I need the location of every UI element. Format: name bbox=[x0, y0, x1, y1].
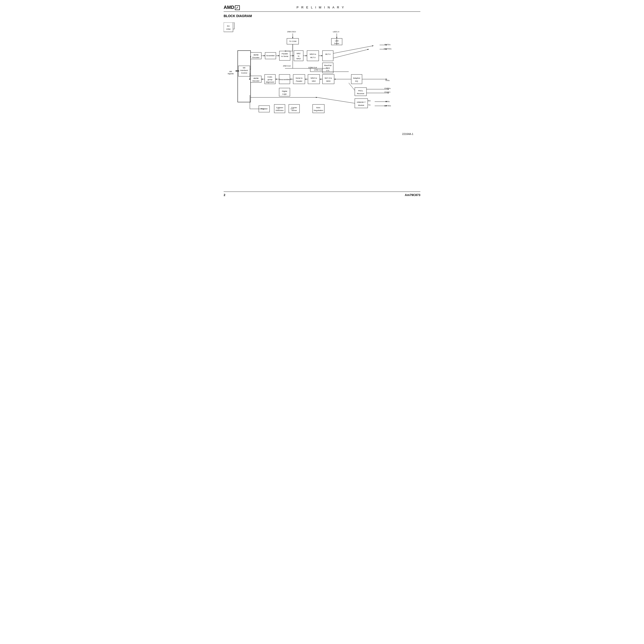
svg-text:MII: MII bbox=[229, 70, 232, 73]
pecl-receiver-block: PECL Receiver bbox=[355, 88, 366, 96]
svg-text:Collision: Collision bbox=[276, 107, 283, 109]
svg-text:Detection: Detection bbox=[276, 109, 284, 111]
svg-text:NRZI to: NRZI to bbox=[310, 53, 316, 55]
preliminary-label: P R E L I M I N A R Y bbox=[240, 5, 402, 9]
codegroup-alignment-block: Code- group Alignment bbox=[265, 74, 275, 84]
svg-text:to Serial: to Serial bbox=[281, 55, 288, 57]
svg-text:Sense: Sense bbox=[292, 109, 297, 111]
svg-text:LED1-4: LED1-4 bbox=[333, 31, 339, 33]
svg-text:25M CLK: 25M CLK bbox=[283, 65, 291, 67]
svg-text:125M CLK: 125M CLK bbox=[314, 69, 323, 71]
svg-text:Control: Control bbox=[241, 72, 247, 74]
mlt3-block: MLT-3 bbox=[322, 51, 333, 61]
svg-text:CRM: CRM bbox=[226, 28, 231, 30]
block-diagram: .block rect { fill: #fff; stroke: #000; … bbox=[224, 22, 420, 130]
svg-text:Alignment: Alignment bbox=[266, 81, 274, 83]
svg-text:Encoder: Encoder bbox=[252, 56, 259, 59]
svg-text:Carrier: Carrier bbox=[291, 107, 297, 109]
svg-text:FXTD±: FXTD± bbox=[385, 44, 391, 46]
carrier-sense-block: Carrier Sense bbox=[289, 104, 300, 113]
svg-text:Time: Time bbox=[326, 67, 330, 69]
digital-logic-block: Digital Logic bbox=[279, 88, 290, 96]
mii-interface-block: MII Interface/ Control bbox=[238, 66, 250, 76]
scrambler-block: Scrambler bbox=[265, 52, 276, 59]
nrzi-to-mlt3-block: NRZI to MLT-3 bbox=[307, 51, 319, 61]
adaptive-eq-block: Adaptive EQ bbox=[351, 74, 362, 84]
svg-text:Parallel: Parallel bbox=[296, 80, 302, 82]
svg-text:MLT-3: MLT-3 bbox=[310, 56, 316, 59]
svg-text:10BASE-T: 10BASE-T bbox=[357, 101, 366, 103]
page-title: BLOCK DIAGRAM bbox=[224, 14, 420, 18]
svg-text:Adaptive: Adaptive bbox=[353, 77, 360, 79]
svg-text:100TXD±: 100TXD± bbox=[384, 48, 392, 50]
svg-text:Interface/: Interface/ bbox=[240, 69, 248, 71]
footer-page-number: 2 bbox=[224, 193, 225, 197]
page: AMD✓ P R E L I M I N A R Y BLOCK DIAGRAM bbox=[217, 0, 427, 211]
svg-text:MII: MII bbox=[243, 67, 245, 69]
4b5b-decoder-block: 4B/5B Decoder bbox=[251, 76, 261, 82]
4b5b-encoder-block: 4B/5B Encoder bbox=[251, 52, 261, 59]
svg-text:Negotiation: Negotiation bbox=[314, 109, 323, 111]
svg-line-137 bbox=[349, 83, 355, 90]
svg-text:Digital: Digital bbox=[282, 90, 287, 92]
amd-logo: AMD✓ bbox=[224, 5, 240, 10]
tx-cgm-block: TX CGM bbox=[287, 38, 299, 44]
svg-text:NRZ: NRZ bbox=[312, 80, 316, 82]
svg-text:4B/5B: 4B/5B bbox=[253, 77, 259, 79]
svg-text:Receiver: Receiver bbox=[357, 93, 364, 95]
svg-text:MLT-3: MLT-3 bbox=[325, 53, 331, 55]
svg-text:Descrambler: Descrambler bbox=[279, 78, 290, 81]
svg-text:Module: Module bbox=[358, 104, 364, 106]
figure-number: 22164A-1 bbox=[224, 133, 420, 135]
serial-to-parallel-block: Serial to Parallel bbox=[293, 74, 305, 84]
svg-text:MLT-3 to: MLT-3 to bbox=[325, 77, 332, 79]
rise-fall-block: Rise/Fall Time CTL bbox=[322, 63, 333, 73]
nrz-to-nrzi-block: NRZ to NRZI bbox=[294, 51, 303, 61]
svg-line-138 bbox=[317, 97, 355, 103]
svg-text:Scrambler: Scrambler bbox=[266, 55, 275, 57]
footer-part-number: Am79C873 bbox=[405, 193, 421, 197]
collision-detection-block: Collision Detection bbox=[274, 104, 285, 113]
svg-text:NRZI: NRZI bbox=[296, 58, 301, 60]
nrzi-to-nrz-block: NRZI to NRZ bbox=[308, 74, 320, 84]
svg-text:Rise/Fall: Rise/Fall bbox=[324, 64, 331, 67]
svg-text:EQ: EQ bbox=[355, 80, 358, 82]
svg-text:CTL: CTL bbox=[326, 70, 330, 72]
descrambler-block: Descrambler bbox=[279, 74, 290, 84]
svg-text:Serial to: Serial to bbox=[296, 77, 303, 79]
svg-text:RXI±: RXI± bbox=[385, 79, 390, 81]
parallel-to-serial-block: Parallel to Serial bbox=[279, 51, 290, 60]
page-header: AMD✓ P R E L I M I N A R Y bbox=[224, 5, 420, 12]
svg-text:RX: RX bbox=[368, 100, 371, 102]
svg-text:25M OSCI: 25M OSCI bbox=[287, 31, 296, 33]
svg-text:Auto-: Auto- bbox=[316, 107, 321, 109]
svg-text:Parallel: Parallel bbox=[282, 53, 288, 55]
svg-text:NRZI: NRZI bbox=[326, 80, 331, 82]
svg-rect-45 bbox=[322, 51, 333, 61]
auto-negotiation-block: Auto- Negotiation bbox=[313, 104, 324, 113]
svg-line-118 bbox=[333, 49, 369, 58]
page-footer: 2 Am79C873 bbox=[224, 192, 420, 197]
svg-text:Decoder: Decoder bbox=[252, 80, 260, 82]
svg-text:RX: RX bbox=[227, 25, 230, 27]
svg-text:TX CGM: TX CGM bbox=[289, 40, 296, 42]
svg-text:NRZI to: NRZI to bbox=[311, 77, 317, 79]
mlt3-to-nrzi-block: MLT-3 to NRZI bbox=[322, 74, 334, 84]
svg-text:Code-: Code- bbox=[267, 76, 273, 78]
diagram-svg: .block rect { fill: #fff; stroke: #000; … bbox=[224, 22, 420, 130]
svg-text:NRZ: NRZ bbox=[297, 52, 301, 55]
svg-text:group: group bbox=[268, 78, 273, 81]
10base-t-block: 10BASE-T Module bbox=[355, 99, 368, 108]
svg-text:Signals: Signals bbox=[228, 73, 234, 75]
svg-text:4B/5B: 4B/5B bbox=[253, 54, 259, 56]
svg-text:to: to bbox=[298, 55, 300, 57]
rx-crm-block: RX CRM bbox=[224, 22, 233, 32]
svg-text:TX: TX bbox=[368, 104, 371, 106]
svg-rect-42 bbox=[307, 51, 319, 61]
svg-text:Logic: Logic bbox=[282, 93, 287, 95]
svg-text:PECL: PECL bbox=[358, 90, 363, 92]
